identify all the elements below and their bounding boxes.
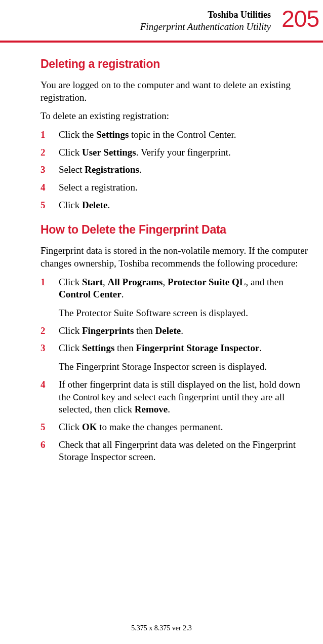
intro-paragraph-3: Fingerprint data is stored in the non-vo… bbox=[41, 245, 309, 270]
header-chapter: Toshiba Utilities bbox=[0, 9, 271, 21]
step-item: 5 Click OK to make the changes permanent… bbox=[41, 421, 309, 434]
step-number: 2 bbox=[41, 146, 46, 159]
steps-list-2: 1 Click Start, All Programs, Protector S… bbox=[41, 276, 309, 464]
step-number: 5 bbox=[41, 199, 46, 212]
step-text: Click User Settings. Verify your fingerp… bbox=[59, 147, 231, 158]
step-item: 1 Click Start, All Programs, Protector S… bbox=[41, 276, 309, 320]
intro-paragraph-2: To delete an existing registration: bbox=[41, 110, 309, 123]
step-number: 1 bbox=[41, 129, 46, 141]
step-number: 4 bbox=[41, 378, 46, 391]
step-number: 4 bbox=[41, 181, 46, 194]
step-text: Check that all Fingerprint data was dele… bbox=[59, 439, 296, 463]
page-number: 205 bbox=[281, 4, 319, 34]
step-text: Click OK to make the changes permanent. bbox=[59, 422, 223, 432]
step-text: Click the Settings topic in the Control … bbox=[59, 129, 236, 140]
step-item: 6 Check that all Fingerprint data was de… bbox=[41, 439, 309, 464]
header-section: Fingerprint Authentication Utility bbox=[0, 21, 271, 33]
step-item: 4 Select a registration. bbox=[41, 181, 309, 194]
step-number: 1 bbox=[41, 276, 46, 289]
page-header: Toshiba Utilities Fingerprint Authentica… bbox=[0, 0, 323, 43]
step-text: Click Fingerprints then Delete. bbox=[59, 325, 183, 336]
step-text: Click Start, All Programs, Protector Sui… bbox=[59, 277, 284, 300]
intro-paragraph-1: You are logged on to the computer and wa… bbox=[41, 79, 309, 104]
step-text: Click Settings then Fingerprint Storage … bbox=[59, 343, 262, 353]
step-text: Select a registration. bbox=[59, 182, 138, 193]
step-text: If other fingerprint data is still displ… bbox=[59, 379, 300, 414]
page-content: Deleting a registration You are logged o… bbox=[0, 43, 323, 464]
header-text: Toshiba Utilities Fingerprint Authentica… bbox=[0, 9, 314, 33]
step-item: 1 Click the Settings topic in the Contro… bbox=[41, 129, 309, 141]
heading-deleting-registration: Deleting a registration bbox=[41, 57, 309, 72]
step-number: 2 bbox=[41, 325, 46, 337]
step-number: 3 bbox=[41, 342, 46, 355]
step-item: 2 Click User Settings. Verify your finge… bbox=[41, 146, 309, 159]
step-item: 4 If other fingerprint data is still dis… bbox=[41, 378, 309, 416]
step-text: Click Delete. bbox=[59, 200, 110, 210]
step-item: 3 Click Settings then Fingerprint Storag… bbox=[41, 342, 309, 373]
step-subtext: The Protector Suite Software screen is d… bbox=[59, 307, 309, 320]
page-footer: 5.375 x 8.375 ver 2.3 bbox=[0, 624, 323, 633]
step-subtext: The Fingerprint Storage Inspector screen… bbox=[59, 361, 309, 373]
step-number: 3 bbox=[41, 164, 46, 176]
step-number: 5 bbox=[41, 421, 46, 434]
heading-delete-fingerprint-data: How to Delete the Fingerprint Data bbox=[41, 222, 309, 238]
step-text: Select Registrations. bbox=[59, 164, 142, 175]
step-item: 5 Click Delete. bbox=[41, 199, 309, 212]
step-number: 6 bbox=[41, 439, 46, 451]
step-item: 2 Click Fingerprints then Delete. bbox=[41, 325, 309, 337]
steps-list-1: 1 Click the Settings topic in the Contro… bbox=[41, 129, 309, 211]
step-item: 3 Select Registrations. bbox=[41, 164, 309, 176]
